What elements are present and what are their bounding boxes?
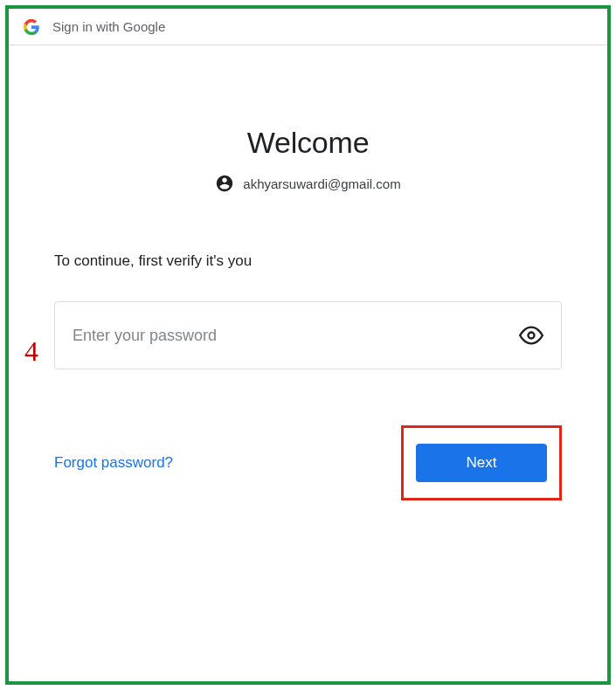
content-area: Welcome akhyarsuwardi@gmail.com To conti… (9, 126, 607, 500)
svg-point-0 (529, 333, 535, 339)
header-bar: Sign in with Google (9, 9, 607, 45)
forgot-password-link[interactable]: Forgot password? (54, 454, 173, 472)
password-input[interactable] (73, 327, 519, 345)
google-logo-icon (23, 18, 40, 36)
verify-instruction: To continue, first verify it's you (54, 252, 562, 270)
welcome-heading: Welcome (54, 126, 562, 160)
password-field-container (54, 301, 562, 369)
next-button[interactable]: Next (416, 444, 547, 482)
page-frame: Sign in with Google Welcome akhyarsuward… (5, 5, 611, 685)
account-circle-icon (215, 174, 234, 193)
account-email: akhyarsuwardi@gmail.com (243, 176, 400, 191)
header-title: Sign in with Google (52, 19, 165, 34)
show-password-icon[interactable] (519, 323, 543, 348)
annotation-highlight-box: Next (401, 425, 562, 500)
account-chip[interactable]: akhyarsuwardi@gmail.com (54, 174, 562, 193)
annotation-step-number: 4 (24, 335, 38, 368)
actions-row: Forgot password? Next (54, 425, 562, 500)
